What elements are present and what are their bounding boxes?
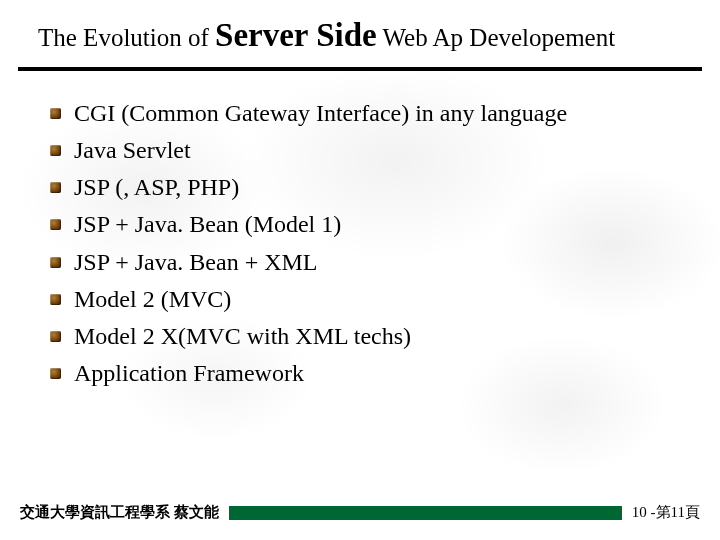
title-pre: The Evolution of [38, 24, 215, 51]
footer-author: 交通大學資訊工程學系 蔡文能 [20, 503, 219, 522]
footer-bar [229, 506, 622, 520]
list-item: JSP (, ASP, PHP) [50, 169, 700, 206]
bullet-list: CGI (Common Gateway Interface) in any la… [50, 95, 700, 393]
list-item: Application Framework [50, 355, 700, 392]
bullet-text: JSP + Java. Bean + XML [74, 249, 318, 275]
bullet-text: Java Servlet [74, 137, 191, 163]
bullet-text: Model 2 X(MVC with XML techs) [74, 323, 411, 349]
list-item: JSP + Java. Bean (Model 1) [50, 206, 700, 243]
list-item: Model 2 X(MVC with XML techs) [50, 318, 700, 355]
slide-title: The Evolution of Server Side Web Ap Deve… [38, 14, 696, 57]
title-post: Web Ap Developement [377, 24, 615, 51]
bullet-text: JSP (, ASP, PHP) [74, 174, 239, 200]
bullet-text: Application Framework [74, 360, 304, 386]
bullet-text: JSP + Java. Bean (Model 1) [74, 211, 341, 237]
list-item: Model 2 (MVC) [50, 281, 700, 318]
bullet-text: Model 2 (MVC) [74, 286, 231, 312]
title-emphasis: Server Side [215, 17, 377, 53]
footer: 交通大學資訊工程學系 蔡文能 10 -第11頁 [0, 503, 720, 522]
footer-page-number: 10 -第11頁 [632, 503, 700, 522]
title-area: The Evolution of Server Side Web Ap Deve… [0, 0, 720, 65]
list-item: JSP + Java. Bean + XML [50, 244, 700, 281]
list-item: CGI (Common Gateway Interface) in any la… [50, 95, 700, 132]
list-item: Java Servlet [50, 132, 700, 169]
slide: The Evolution of Server Side Web Ap Deve… [0, 0, 720, 540]
content-area: CGI (Common Gateway Interface) in any la… [0, 71, 720, 393]
bullet-text: CGI (Common Gateway Interface) in any la… [74, 100, 567, 126]
